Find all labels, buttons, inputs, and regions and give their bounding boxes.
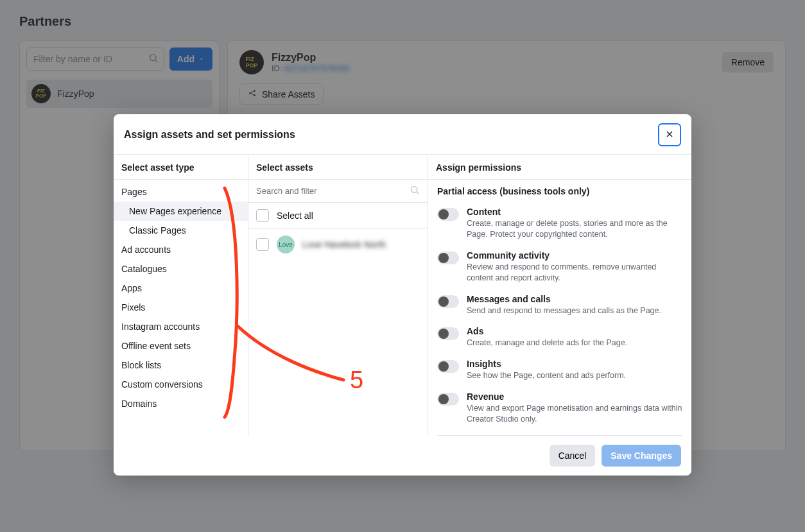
type-pixels[interactable]: Pixels	[114, 298, 248, 317]
perm-section: Partial access (business tools only) Con…	[428, 180, 691, 431]
perm-community-label: Community activity	[467, 250, 682, 261]
type-blocklists[interactable]: Block lists	[114, 356, 248, 375]
perm-content-desc: Create, manage or delete posts, stories …	[467, 218, 682, 240]
toggle-revenue[interactable]	[437, 393, 459, 406]
asset-label: Love Havelock North	[302, 239, 386, 250]
type-apps[interactable]: Apps	[114, 279, 248, 298]
save-changes-button[interactable]: Save Changes	[602, 445, 681, 467]
asset-page-icon: Love	[277, 236, 295, 253]
perm-ads: Ads Create, manage and delete ads for th…	[437, 322, 682, 355]
perm-revenue: Revenue View and export Page monetisatio…	[437, 388, 682, 431]
toggle-content[interactable]	[437, 208, 459, 221]
type-offline[interactable]: Offline event sets	[114, 336, 248, 356]
search-icon	[410, 185, 420, 197]
svg-point-9	[411, 187, 417, 193]
perm-content-label: Content	[467, 207, 682, 217]
perm-revenue-label: Revenue	[467, 391, 682, 402]
asset-checkbox[interactable]	[256, 238, 269, 251]
modal-body: Select asset type Pages New Pages experi…	[114, 154, 691, 436]
perm-revenue-desc: View and export Page monetisation and ea…	[467, 403, 682, 425]
type-ad-accounts[interactable]: Ad accounts	[114, 240, 248, 259]
col-select-assets: Select assets Select all Love Love Havel…	[248, 155, 428, 436]
toggle-insights[interactable]	[437, 360, 459, 373]
svg-line-10	[417, 192, 419, 194]
col-asset-type-title: Select asset type	[114, 155, 248, 180]
perm-messages-desc: Send and respond to messages and calls a…	[467, 305, 682, 316]
asset-type-list: Pages New Pages experience Classic Pages…	[114, 180, 248, 416]
modal-header: Assign assets and set permissions	[114, 114, 691, 154]
select-all-row[interactable]: Select all	[248, 203, 428, 229]
assign-assets-modal: Assign assets and set permissions Select…	[114, 114, 691, 476]
perm-insights-label: Insights	[467, 359, 682, 369]
type-instagram[interactable]: Instagram accounts	[114, 317, 248, 336]
type-pages-classic[interactable]: Classic Pages	[114, 221, 248, 240]
type-catalogues[interactable]: Catalogues	[114, 259, 248, 279]
perm-messages: Messages and calls Send and respond to m…	[437, 290, 682, 323]
perm-insights-desc: See how the Page, content and ads perfor…	[467, 370, 682, 381]
modal-overlay: Assign assets and set permissions Select…	[0, 0, 805, 532]
perm-community: Community activity Review and respond to…	[437, 246, 682, 290]
toggle-messages[interactable]	[437, 295, 459, 308]
type-custom[interactable]: Custom conversions	[114, 375, 248, 394]
perm-community-desc: Review and respond to comments, remove u…	[467, 262, 682, 284]
type-domains[interactable]: Domains	[114, 394, 248, 413]
type-pages[interactable]: Pages	[114, 182, 248, 202]
close-icon	[664, 129, 675, 141]
perm-messages-label: Messages and calls	[467, 294, 682, 304]
select-all-checkbox[interactable]	[256, 209, 269, 222]
select-all-label: Select all	[277, 210, 313, 221]
perm-ads-label: Ads	[467, 326, 682, 336]
col-assets-title: Select assets	[248, 155, 428, 180]
perm-content: Content Create, manage or delete posts, …	[437, 203, 682, 246]
cancel-button[interactable]: Cancel	[550, 445, 596, 467]
col-perms-title: Assign permissions	[428, 155, 691, 180]
perm-ads-desc: Create, manage and delete ads for the Pa…	[467, 338, 682, 348]
col-asset-type: Select asset type Pages New Pages experi…	[114, 155, 248, 436]
asset-search-input[interactable]	[256, 186, 404, 196]
close-button[interactable]	[658, 123, 681, 146]
asset-search-row[interactable]	[248, 180, 428, 203]
perm-insights: Insights See how the Page, content and a…	[437, 355, 682, 388]
asset-row[interactable]: Love Love Havelock North	[248, 229, 428, 260]
perm-section-title: Partial access (business tools only)	[437, 186, 682, 196]
col-permissions: Assign permissions Partial access (busin…	[428, 155, 691, 436]
toggle-ads[interactable]	[437, 327, 459, 340]
type-pages-new[interactable]: New Pages experience	[114, 202, 248, 221]
toggle-community[interactable]	[437, 252, 459, 264]
modal-title: Assign assets and set permissions	[124, 129, 295, 141]
modal-footer: Cancel Save Changes	[114, 436, 691, 476]
